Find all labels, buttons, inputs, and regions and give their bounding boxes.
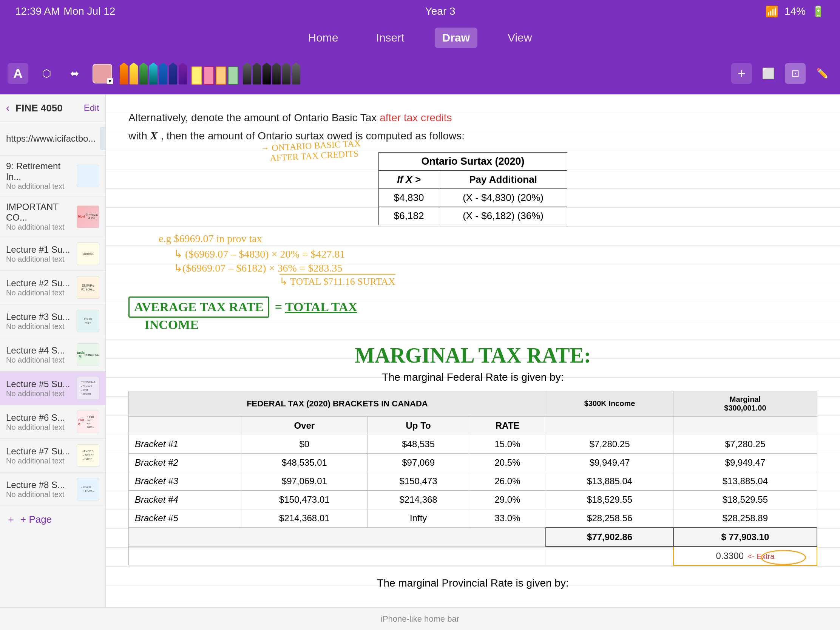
- pen-gray[interactable]: [243, 63, 251, 85]
- pen-mode-button[interactable]: ✏️: [812, 63, 832, 84]
- pens-row: [120, 63, 724, 85]
- sidebar-thumb: EMPIRe#1 sole...: [77, 276, 99, 299]
- sidebar-thumb: •TYPES• SPECI• PACE: [77, 444, 99, 467]
- nav-tabs: Home Insert Draw View: [0, 23, 840, 53]
- back-button[interactable]: ‹: [6, 102, 9, 114]
- surtax-row-2: $6,182 (X - $6,182) (36%): [379, 207, 567, 225]
- pen-black2[interactable]: [272, 63, 281, 85]
- sidebar-item-url[interactable]: https://www.icifactbo... URL: [0, 122, 105, 156]
- bottom-bar: iPhone-like home bar: [0, 607, 840, 630]
- pen-black[interactable]: [262, 63, 271, 85]
- calc-line-1: e.g $6969.07 in prov tax: [159, 233, 817, 245]
- battery: 14%: [785, 5, 805, 17]
- edit-button[interactable]: Edit: [84, 103, 99, 113]
- main-layout: ‹ FINE 4050 Edit https://www.icifactbo..…: [0, 95, 840, 607]
- sidebar-item-lec3[interactable]: Lecture #3 Su... No additional text Cx I…: [0, 305, 105, 338]
- add-page-label: + Page: [21, 514, 52, 525]
- federal-tax-table: FEDERAL TAX (2020) BRACKETS IN CANADA $3…: [128, 391, 817, 566]
- tab-home[interactable]: Home: [301, 28, 346, 48]
- pen-black3[interactable]: [282, 63, 291, 85]
- sidebar-thumb: PERSONA• Canadi• limit• inform: [77, 377, 99, 399]
- avg-rate-section: AVERAGE TAX RATE = TOTAL TAX INCOME: [128, 297, 817, 332]
- highlighter-pink[interactable]: [204, 66, 214, 85]
- tab-insert[interactable]: Insert: [369, 28, 412, 48]
- toolbar-right: + ⬜ ⊡ ✏️: [731, 63, 832, 84]
- pen-green[interactable]: [139, 63, 148, 85]
- select-button[interactable]: ⊡: [785, 63, 805, 84]
- federal-table-container: FEDERAL TAX (2020) BRACKETS IN CANADA $3…: [128, 391, 817, 566]
- pen-teal[interactable]: [149, 63, 158, 85]
- sidebar-thumb: [77, 165, 99, 187]
- surtax-row-1: $4,830 (X - $4,830) (20%): [379, 188, 567, 207]
- add-page-button[interactable]: ＋ + Page: [0, 506, 105, 533]
- sidebar-item-name: https://www.icifactbo...: [6, 133, 96, 144]
- add-button[interactable]: +: [731, 63, 752, 84]
- tab-draw[interactable]: Draw: [435, 28, 477, 48]
- sidebar-item-lec2[interactable]: Lecture #2 Su... No additional text EMPI…: [0, 271, 105, 305]
- sidebar-item-lec8[interactable]: Lecture #8 S... No additional text • inv…: [0, 472, 105, 506]
- notebook-title: FINE 4050: [16, 103, 77, 114]
- layers-button[interactable]: ⬜: [758, 63, 779, 84]
- sidebar-thumb: TAX A• You rec• < sav...: [77, 411, 99, 433]
- content-area: Alternatively, denote the amount of Onta…: [106, 95, 840, 607]
- surtax-section: → ONTARIO BASIC TAX AFTER TAX CREDITS On…: [128, 152, 817, 225]
- pen-dark-blue[interactable]: [169, 63, 177, 85]
- sidebar-item-lec6[interactable]: Lecture #6 S... No additional text TAX A…: [0, 405, 105, 439]
- wifi-icon: 📶: [765, 5, 778, 18]
- add-icon: ＋: [6, 513, 16, 526]
- federal-total-row: $77,902.86 $ 77,903.10: [129, 527, 817, 546]
- sidebar-thumb: • invest→ HOM...: [77, 478, 99, 501]
- tab-view[interactable]: View: [500, 28, 539, 48]
- sidebar: ‹ FINE 4050 Edit https://www.icifactbo..…: [0, 95, 106, 607]
- pen-yellow[interactable]: [129, 63, 138, 85]
- time: 12:39 AM: [15, 5, 60, 17]
- sidebar-item-lec1[interactable]: Lecture #1 Su... No additional text summ…: [0, 237, 105, 271]
- sidebar-item-lec7[interactable]: Lecture #7 Su... No additional text •TYP…: [0, 439, 105, 472]
- move-tool-button[interactable]: ⬌: [64, 63, 85, 84]
- federal-row-3: Bracket #3 $97,069.01 $150,473 26.0% $13…: [129, 472, 817, 490]
- avg-rate-box: AVERAGE TAX RATE: [128, 297, 269, 317]
- sidebar-thumb: Cx IVmx+: [77, 310, 99, 332]
- sidebar-item-9[interactable]: 9: Retirement In... No additional text: [0, 156, 105, 196]
- sidebar-item-important[interactable]: IMPORTANT CO... No additional text Mort©…: [0, 196, 105, 237]
- calc-line-3: ↳($6969.07 – $6182) × 36% = $283.35: [174, 262, 817, 274]
- federal-row-1: Bracket #1 $0 $48,535 15.0% $7,280.25 $7…: [129, 435, 817, 453]
- federal-row-2: Bracket #2 $48,535.01 $97,069 20.5% $9,9…: [129, 453, 817, 472]
- sidebar-thumb: Mort© PRICE & Co: [77, 205, 99, 228]
- sidebar-thumb: URL: [100, 127, 106, 150]
- pen-dark-gray[interactable]: [253, 63, 261, 85]
- pen-blue[interactable]: [159, 63, 167, 85]
- marginal-title: MARGINAL TAX RATE:: [128, 343, 817, 368]
- color-swatch[interactable]: ▼: [93, 64, 112, 84]
- highlighter-orange[interactable]: [216, 66, 226, 85]
- pen-orange[interactable]: [120, 63, 128, 85]
- status-left: 12:39 AM Mon Jul 12: [15, 5, 115, 17]
- sidebar-item-lec5[interactable]: Lecture #5 Su... No additional text PERS…: [0, 372, 105, 405]
- highlighter-green[interactable]: [228, 66, 238, 85]
- federal-row-5: Bracket #5 $214,368.01 Infty 33.0% $28,2…: [129, 509, 817, 527]
- federal-extra-row: 0.3300 <- Extra: [129, 546, 817, 565]
- sidebar-thumb: Basic MPRINCIPLES: [77, 343, 99, 366]
- calc-line-2: ↳ ($6969.07 – $4830) × 20% = $427.81: [174, 248, 817, 260]
- pen-purple[interactable]: [178, 63, 187, 85]
- battery-icon: 🔋: [812, 5, 825, 18]
- sidebar-item-lec4[interactable]: Lecture #4 S... No additional text Basic…: [0, 338, 105, 372]
- toolbar: A ⬡ ⬌ ▼: [0, 53, 840, 95]
- marginal-subtitle: The marginal Federal Rate is given by:: [128, 371, 817, 384]
- highlighter-yellow[interactable]: [191, 66, 202, 85]
- lasso-tool-button[interactable]: ⬡: [36, 63, 57, 84]
- federal-row-4: Bracket #4 $150,473.01 $214,368 29.0% $1…: [129, 490, 817, 509]
- sidebar-header: ‹ FINE 4050 Edit: [0, 95, 105, 122]
- calc-line-4: ↳ TOTAL $711.16 SURTAX: [279, 276, 817, 287]
- status-right: 📶 14% 🔋: [765, 5, 825, 18]
- day: Mon Jul 12: [63, 5, 115, 17]
- surtax-table: Ontario Surtax (2020) If X > Pay Additio…: [379, 152, 567, 225]
- status-bar: 12:39 AM Mon Jul 12 Year 3 📶 14% 🔋: [0, 0, 840, 23]
- app-title: Year 3: [425, 5, 455, 17]
- sidebar-thumb: summa: [77, 243, 99, 265]
- pen-black4[interactable]: [292, 63, 300, 85]
- intro-text: Alternatively, denote the amount of Onta…: [128, 109, 817, 145]
- text-tool-button[interactable]: A: [8, 63, 28, 84]
- prov-text: The marginal Provincial Rate is given by…: [128, 577, 817, 589]
